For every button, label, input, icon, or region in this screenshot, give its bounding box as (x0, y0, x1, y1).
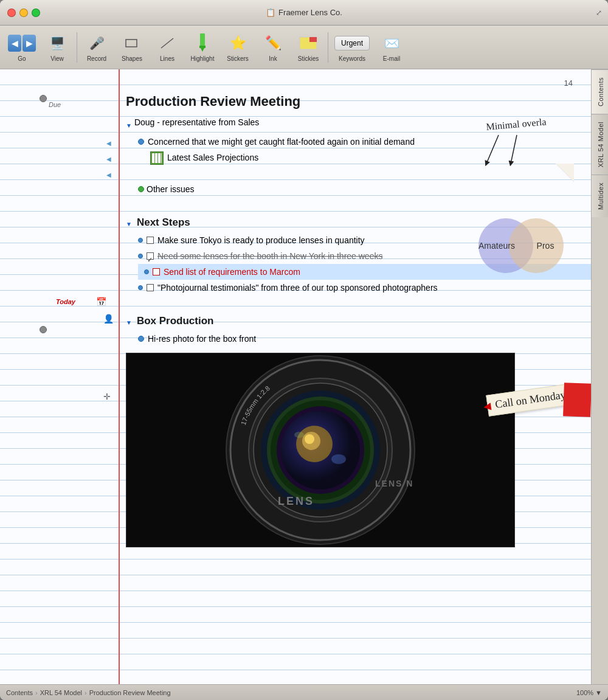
red-sticker (563, 383, 591, 417)
email-label: E-mail (383, 55, 400, 62)
checkbox-empty-icon[interactable] (147, 237, 154, 244)
document-icon: 📋 (266, 8, 275, 17)
zoom-level[interactable]: 100% ▼ (576, 689, 602, 696)
bullet-due (40, 95, 47, 102)
svg-marker-4 (201, 48, 204, 52)
checkbox-empty-icon-2[interactable] (147, 284, 154, 291)
lens-photo: 17-55mm 1:2.8 (126, 353, 515, 547)
highlight-icon (192, 32, 213, 54)
lines-label: Lines (160, 55, 174, 62)
list-item: "Photojournal testimonials" from three o… (138, 280, 582, 296)
view-icon: 🖥️ (46, 32, 68, 54)
shapes-button[interactable]: Shapes (115, 29, 149, 66)
highlight-button[interactable]: Highlight (185, 29, 219, 66)
toolbar-separator-2 (328, 32, 328, 63)
bullet-icon (138, 139, 144, 145)
item-text: Doug - representative from Sales (134, 114, 259, 130)
stickers-label: Stickers (227, 55, 249, 62)
side-tabs: Contents XRL 54 Model Multidex (591, 69, 608, 684)
svg-text:LENS N: LENS N (375, 479, 413, 488)
go-label: Go (18, 55, 26, 62)
breadcrumb-item-3: Production Review Meeting (89, 689, 171, 696)
notebook[interactable]: Due ◀ ◀ ◀ Today 📅 (0, 69, 591, 684)
calendar-icon: 📅 (96, 297, 106, 307)
record-button[interactable]: 🎤 Record (80, 29, 114, 66)
page-number: 14 (126, 75, 582, 91)
photo-area: 17-55mm 1:2.8 (126, 353, 582, 547)
tab-xrl54[interactable]: XRL 54 Model (592, 114, 608, 175)
ink-button[interactable]: ✏️ Ink (256, 29, 290, 66)
ink-icon: ✏️ (262, 32, 284, 54)
record-icon: 🎤 (86, 32, 108, 54)
email-icon: ✉️ (381, 32, 402, 54)
section-title-2: Box Production (137, 313, 214, 329)
checkbox-red-icon[interactable] (153, 268, 160, 275)
stickies-button[interactable]: Stickies (291, 29, 325, 66)
triangle-down-icon-2: ▼ (126, 217, 132, 232)
spacer-3 (126, 296, 582, 311)
breadcrumb-sep-1: › (35, 689, 38, 696)
svg-line-1 (161, 38, 173, 48)
ink-label: Ink (269, 55, 277, 62)
svg-rect-2 (200, 33, 205, 46)
item-text: Concerned that we might get caught flat-… (148, 134, 415, 150)
toolbar-separator (77, 32, 77, 63)
view-button[interactable]: 🖥️ View (40, 29, 74, 66)
statusbar: Contents › XRL 54 Model › Production Rev… (0, 684, 608, 700)
bullet-circle-icon (40, 95, 47, 102)
bullet-icon (138, 238, 143, 243)
go-button[interactable]: ◀ ▶ Go (5, 29, 39, 66)
svg-point-27 (331, 454, 346, 464)
item-text: Latest Sales Projections (167, 150, 258, 165)
tab-contents[interactable]: Contents (592, 69, 608, 114)
shapes-label: Shapes (122, 55, 142, 62)
triangle-down-icon-3: ▼ (126, 315, 132, 331)
checkbox-checked-icon[interactable] (147, 252, 154, 260)
bullet-icon (138, 254, 143, 258)
close-button[interactable] (7, 9, 16, 17)
item-text-strikethrough: Need some lenses for the booth in New Yo… (157, 248, 382, 264)
shapes-icon (121, 32, 143, 54)
svg-point-26 (305, 434, 314, 444)
person-icon: 👤 (103, 314, 114, 324)
stickies-label: Stickies (298, 55, 319, 62)
breadcrumb-sep-2: › (85, 689, 87, 696)
window-controls[interactable] (7, 9, 40, 17)
keywords-label: Keywords (339, 55, 365, 62)
spreadsheet-icon (150, 151, 164, 165)
triangle-down-icon: ▼ (126, 118, 132, 134)
go-icon: ◀ ▶ (11, 32, 33, 54)
email-button[interactable]: ✉️ E-mail (375, 29, 409, 66)
handwritten-annotation: Minimal overla (450, 118, 572, 193)
lines-button[interactable]: Lines (150, 29, 184, 66)
svg-rect-6 (309, 37, 317, 42)
view-label: View (50, 55, 64, 62)
highlight-label: Highlight (191, 55, 215, 62)
bullet-green-icon (138, 186, 144, 192)
maximize-button[interactable] (32, 9, 40, 17)
svg-point-28 (294, 432, 304, 438)
bullet-circle-icon-2 (40, 326, 47, 333)
item-text: Make sure Tokyo is ready to produce lens… (157, 232, 365, 248)
resize-icon[interactable]: ⤢ (596, 9, 602, 17)
stickers-icon: ⭐ (227, 32, 249, 54)
due-label: Due (49, 101, 61, 108)
urgent-badge: Urgent (334, 36, 370, 50)
bullet-icon (138, 336, 144, 342)
item-text-red: Send list of requirements to Marcom (164, 264, 300, 280)
sound-icon-2: ◀ (106, 156, 111, 162)
bullet-icon (138, 285, 143, 290)
back-arrow-icon: ◀ (8, 35, 21, 52)
minimize-button[interactable] (19, 9, 28, 17)
list-item: Hi-res photo for the box front (138, 331, 582, 347)
venn-diagram: Amateurs Pros (460, 215, 582, 276)
stickies-icon (297, 32, 319, 54)
window-title: 📋 Fraemer Lens Co. (266, 8, 342, 17)
tab-multidex[interactable]: Multidex (592, 175, 608, 217)
stickers-button[interactable]: ⭐ Stickers (221, 29, 255, 66)
svg-text:LENS: LENS (278, 495, 314, 507)
keywords-button[interactable]: Urgent Keywords (331, 29, 373, 66)
titlebar: 📋 Fraemer Lens Co. ⤢ (0, 0, 608, 26)
spacer-2 (126, 197, 582, 213)
plus-icon: ✛ (103, 392, 111, 401)
